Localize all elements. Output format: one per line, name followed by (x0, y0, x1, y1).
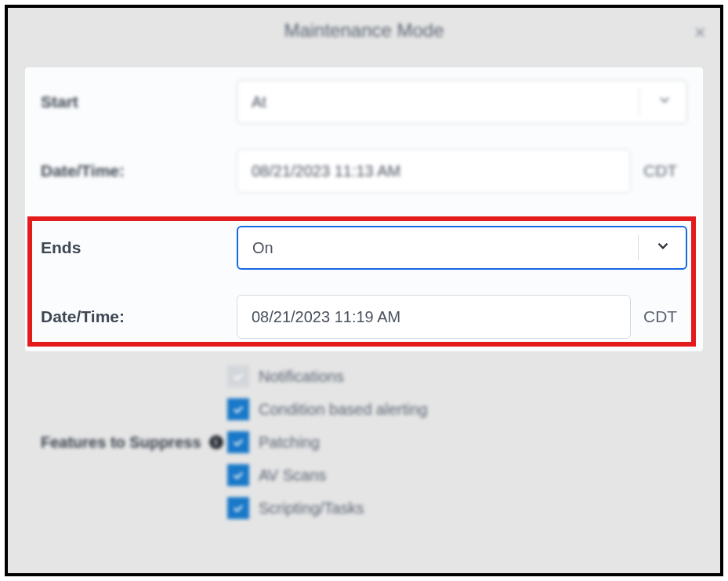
ends-select-value: On (252, 239, 273, 257)
start-label: Start (41, 93, 237, 111)
ends-datetime-row: Date/Time: 08/21/2023 11:19 AM CDT (25, 282, 703, 351)
close-icon[interactable]: × (694, 20, 706, 45)
feature-av-scans: AV Scans (227, 464, 428, 486)
maintenance-mode-dialog: Maintenance Mode × Start At Date/Time: (5, 5, 723, 576)
feature-notifications: Notifications (227, 365, 428, 387)
checkbox-scripting-tasks[interactable] (227, 497, 249, 519)
start-timezone: CDT (643, 162, 687, 180)
dialog-header: Maintenance Mode × (8, 8, 720, 53)
feature-label: Notifications (259, 368, 344, 386)
features-checkbox-list: Notifications Condition based alerting P… (227, 365, 428, 519)
checkbox-notifications (227, 365, 249, 387)
feature-label: Patching (259, 434, 320, 452)
ends-timezone: CDT (643, 307, 687, 326)
features-section: Features to Suppress i Notifications Con… (8, 351, 720, 519)
feature-scripting-tasks: Scripting/Tasks (227, 497, 428, 519)
checkbox-av-scans[interactable] (227, 464, 249, 486)
ends-label: Ends (41, 238, 237, 257)
dialog-title: Maintenance Mode (284, 20, 444, 42)
chevron-down-icon (657, 93, 672, 112)
start-datetime-value: 08/21/2023 11:13 AM (252, 162, 400, 180)
chevron-down-icon (654, 238, 672, 259)
ends-datetime-input[interactable]: 08/21/2023 11:19 AM (237, 295, 631, 339)
feature-label: AV Scans (259, 467, 326, 485)
select-divider (639, 89, 639, 115)
select-divider (638, 235, 639, 260)
start-row: Start At (25, 67, 703, 136)
ends-datetime-label: Date/Time: (41, 307, 237, 326)
start-datetime-input[interactable]: 08/21/2023 11:13 AM (237, 149, 631, 193)
feature-label: Condition based alerting (259, 401, 428, 419)
start-select[interactable]: At (237, 80, 687, 124)
ends-datetime-value: 08/21/2023 11:19 AM (252, 308, 400, 326)
features-label: Features to Suppress i (41, 365, 227, 519)
ends-row: Ends On (25, 205, 703, 282)
schedule-panel: Start At Date/Time: 08/21/2023 11:13 AM … (25, 67, 703, 351)
checkbox-patching[interactable] (227, 431, 249, 453)
start-datetime-label: Date/Time: (41, 162, 237, 180)
feature-patching: Patching (227, 431, 428, 453)
ends-select[interactable]: On (237, 226, 687, 270)
info-icon[interactable]: i (209, 435, 223, 449)
feature-condition-alerting: Condition based alerting (227, 398, 428, 420)
start-datetime-row: Date/Time: 08/21/2023 11:13 AM CDT (25, 136, 703, 205)
start-select-value: At (252, 93, 266, 111)
feature-label: Scripting/Tasks (259, 499, 364, 517)
checkbox-condition-alerting[interactable] (227, 398, 249, 420)
features-label-text: Features to Suppress (41, 434, 201, 452)
